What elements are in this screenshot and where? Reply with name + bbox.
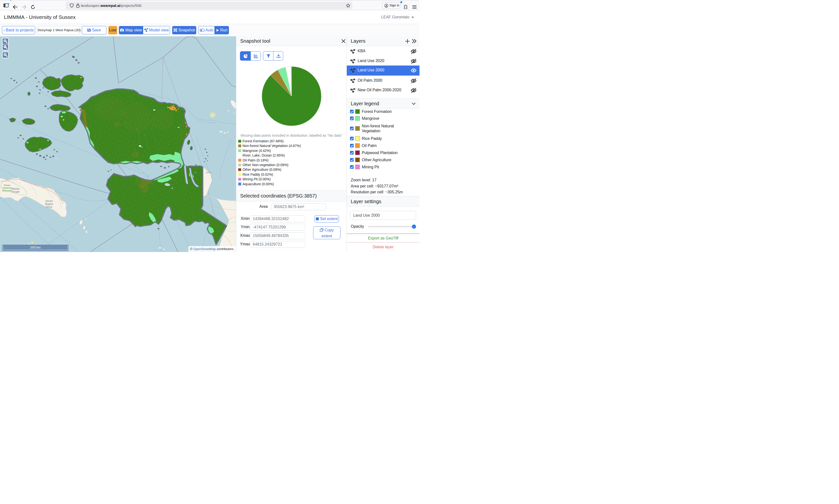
svg-text:dama: dama bbox=[206, 171, 211, 174]
svg-text:Timur: Timur bbox=[46, 205, 53, 208]
svg-text:Taman: Taman bbox=[3, 184, 10, 186]
svg-text:Telu: Telu bbox=[169, 161, 173, 163]
svg-text:Maluku: Maluku bbox=[11, 187, 20, 190]
svg-text:Seram: Seram bbox=[46, 199, 53, 202]
svg-text:Sor: Sor bbox=[78, 107, 81, 110]
svg-text:Nasional: Nasional bbox=[2, 187, 11, 189]
svg-text:Manusela: Manusela bbox=[2, 190, 12, 192]
svg-text:Tengah: Tengah bbox=[11, 190, 20, 193]
svg-text:Telu: Telu bbox=[193, 171, 197, 174]
svg-text:Bagian: Bagian bbox=[45, 202, 53, 205]
